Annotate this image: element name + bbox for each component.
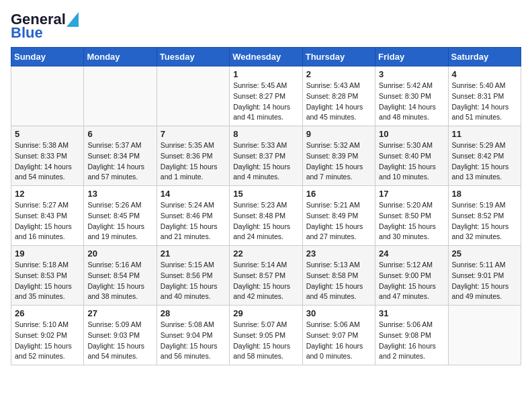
logo-blue: Blue <box>11 24 43 42</box>
calendar-cell: 26 Sunrise: 5:10 AMSunset: 9:02 PMDaylig… <box>11 306 84 365</box>
calendar-cell: 31 Sunrise: 5:06 AMSunset: 9:08 PMDaylig… <box>375 306 448 365</box>
day-info: Sunrise: 5:35 AMSunset: 8:36 PMDaylight:… <box>161 140 226 183</box>
day-info: Sunrise: 5:32 AMSunset: 8:39 PMDaylight:… <box>306 140 371 183</box>
day-info: Sunrise: 5:29 AMSunset: 8:42 PMDaylight:… <box>452 140 517 183</box>
day-number: 13 <box>87 189 152 199</box>
calendar-cell: 28 Sunrise: 5:08 AMSunset: 9:04 PMDaylig… <box>157 306 229 365</box>
calendar-cell: 22 Sunrise: 5:14 AMSunset: 8:57 PMDaylig… <box>230 246 302 306</box>
calendar-cell <box>84 66 157 126</box>
calendar-cell: 6 Sunrise: 5:37 AMSunset: 8:34 PMDayligh… <box>84 126 157 186</box>
day-number: 12 <box>15 189 80 199</box>
calendar-cell: 30 Sunrise: 5:06 AMSunset: 9:07 PMDaylig… <box>302 306 375 365</box>
calendar-cell: 29 Sunrise: 5:07 AMSunset: 9:05 PMDaylig… <box>230 306 302 365</box>
day-number: 6 <box>87 129 152 139</box>
day-info: Sunrise: 5:42 AMSunset: 8:30 PMDaylight:… <box>379 81 444 123</box>
day-number: 7 <box>161 129 226 139</box>
day-number: 15 <box>233 189 298 199</box>
day-number: 11 <box>452 129 517 139</box>
day-number: 30 <box>306 308 371 318</box>
day-info: Sunrise: 5:16 AMSunset: 8:54 PMDaylight:… <box>87 260 152 302</box>
day-number: 5 <box>15 129 80 139</box>
day-number: 20 <box>87 248 152 259</box>
day-info: Sunrise: 5:37 AMSunset: 8:34 PMDaylight:… <box>87 140 152 183</box>
day-number: 21 <box>161 248 226 259</box>
header: General Blue <box>11 11 521 42</box>
day-number: 29 <box>233 308 298 318</box>
calendar-cell: 1 Sunrise: 5:45 AMSunset: 8:27 PMDayligh… <box>230 66 302 126</box>
calendar-cell <box>11 66 84 126</box>
day-info: Sunrise: 5:06 AMSunset: 9:07 PMDaylight:… <box>306 320 371 362</box>
calendar-cell: 21 Sunrise: 5:15 AMSunset: 8:56 PMDaylig… <box>157 246 229 306</box>
calendar-cell: 23 Sunrise: 5:13 AMSunset: 8:58 PMDaylig… <box>302 246 375 306</box>
day-info: Sunrise: 5:27 AMSunset: 8:43 PMDaylight:… <box>15 200 80 242</box>
day-info: Sunrise: 5:23 AMSunset: 8:48 PMDaylight:… <box>233 200 298 242</box>
weekday-header-wednesday: Wednesday <box>230 48 302 66</box>
calendar-cell: 7 Sunrise: 5:35 AMSunset: 8:36 PMDayligh… <box>157 126 229 186</box>
day-number: 14 <box>161 189 226 199</box>
day-info: Sunrise: 5:13 AMSunset: 8:58 PMDaylight:… <box>306 260 371 302</box>
day-number: 3 <box>379 69 444 79</box>
logo-arrow-icon <box>66 12 79 27</box>
calendar-cell: 25 Sunrise: 5:11 AMSunset: 9:01 PMDaylig… <box>448 246 521 306</box>
day-number: 10 <box>379 129 444 139</box>
week-row-5: 26 Sunrise: 5:10 AMSunset: 9:02 PMDaylig… <box>11 306 521 365</box>
day-number: 25 <box>452 248 517 259</box>
day-info: Sunrise: 5:07 AMSunset: 9:05 PMDaylight:… <box>233 320 298 362</box>
day-number: 28 <box>161 308 226 318</box>
day-number: 4 <box>452 69 517 79</box>
day-number: 1 <box>233 69 298 79</box>
day-info: Sunrise: 5:08 AMSunset: 9:04 PMDaylight:… <box>161 320 226 362</box>
week-row-4: 19 Sunrise: 5:18 AMSunset: 8:53 PMDaylig… <box>11 246 521 306</box>
day-number: 19 <box>15 248 80 259</box>
calendar-cell <box>157 66 229 126</box>
day-number: 31 <box>379 308 444 318</box>
svg-marker-0 <box>66 12 79 27</box>
day-number: 8 <box>233 129 298 139</box>
day-info: Sunrise: 5:19 AMSunset: 8:52 PMDaylight:… <box>452 200 517 242</box>
calendar-cell: 15 Sunrise: 5:23 AMSunset: 8:48 PMDaylig… <box>230 186 302 246</box>
day-info: Sunrise: 5:45 AMSunset: 8:27 PMDaylight:… <box>233 81 298 123</box>
weekday-header-row: SundayMondayTuesdayWednesdayThursdayFrid… <box>11 48 521 66</box>
calendar-cell: 24 Sunrise: 5:12 AMSunset: 9:00 PMDaylig… <box>375 246 448 306</box>
calendar-body: 1 Sunrise: 5:45 AMSunset: 8:27 PMDayligh… <box>11 66 521 365</box>
day-number: 26 <box>15 308 80 318</box>
day-info: Sunrise: 5:26 AMSunset: 8:45 PMDaylight:… <box>87 200 152 242</box>
week-row-1: 1 Sunrise: 5:45 AMSunset: 8:27 PMDayligh… <box>11 66 521 126</box>
weekday-header-sunday: Sunday <box>11 48 84 66</box>
calendar-cell: 20 Sunrise: 5:16 AMSunset: 8:54 PMDaylig… <box>84 246 157 306</box>
day-info: Sunrise: 5:33 AMSunset: 8:37 PMDaylight:… <box>233 140 298 183</box>
week-row-2: 5 Sunrise: 5:38 AMSunset: 8:33 PMDayligh… <box>11 126 521 186</box>
calendar-cell: 19 Sunrise: 5:18 AMSunset: 8:53 PMDaylig… <box>11 246 84 306</box>
day-info: Sunrise: 5:15 AMSunset: 8:56 PMDaylight:… <box>161 260 226 302</box>
calendar-cell: 4 Sunrise: 5:40 AMSunset: 8:31 PMDayligh… <box>448 66 521 126</box>
week-row-3: 12 Sunrise: 5:27 AMSunset: 8:43 PMDaylig… <box>11 186 521 246</box>
weekday-header-friday: Friday <box>375 48 448 66</box>
calendar-cell: 12 Sunrise: 5:27 AMSunset: 8:43 PMDaylig… <box>11 186 84 246</box>
calendar-table: SundayMondayTuesdayWednesdayThursdayFrid… <box>11 47 521 365</box>
calendar-cell: 14 Sunrise: 5:24 AMSunset: 8:46 PMDaylig… <box>157 186 229 246</box>
day-info: Sunrise: 5:38 AMSunset: 8:33 PMDaylight:… <box>15 140 80 183</box>
day-info: Sunrise: 5:14 AMSunset: 8:57 PMDaylight:… <box>233 260 298 302</box>
day-info: Sunrise: 5:06 AMSunset: 9:08 PMDaylight:… <box>379 320 444 362</box>
calendar-cell: 5 Sunrise: 5:38 AMSunset: 8:33 PMDayligh… <box>11 126 84 186</box>
calendar-cell: 11 Sunrise: 5:29 AMSunset: 8:42 PMDaylig… <box>448 126 521 186</box>
calendar-cell: 16 Sunrise: 5:21 AMSunset: 8:49 PMDaylig… <box>302 186 375 246</box>
logo: General Blue <box>11 11 79 42</box>
day-info: Sunrise: 5:12 AMSunset: 9:00 PMDaylight:… <box>379 260 444 302</box>
weekday-header-thursday: Thursday <box>302 48 375 66</box>
calendar-cell: 18 Sunrise: 5:19 AMSunset: 8:52 PMDaylig… <box>448 186 521 246</box>
calendar-cell: 10 Sunrise: 5:30 AMSunset: 8:40 PMDaylig… <box>375 126 448 186</box>
day-info: Sunrise: 5:24 AMSunset: 8:46 PMDaylight:… <box>161 200 226 242</box>
calendar-cell: 27 Sunrise: 5:09 AMSunset: 9:03 PMDaylig… <box>84 306 157 365</box>
day-info: Sunrise: 5:30 AMSunset: 8:40 PMDaylight:… <box>379 140 444 183</box>
calendar-cell: 13 Sunrise: 5:26 AMSunset: 8:45 PMDaylig… <box>84 186 157 246</box>
calendar-cell: 17 Sunrise: 5:20 AMSunset: 8:50 PMDaylig… <box>375 186 448 246</box>
day-info: Sunrise: 5:11 AMSunset: 9:01 PMDaylight:… <box>452 260 517 302</box>
day-info: Sunrise: 5:18 AMSunset: 8:53 PMDaylight:… <box>15 260 80 302</box>
calendar-cell: 3 Sunrise: 5:42 AMSunset: 8:30 PMDayligh… <box>375 66 448 126</box>
day-info: Sunrise: 5:43 AMSunset: 8:28 PMDaylight:… <box>306 81 371 123</box>
calendar-cell: 8 Sunrise: 5:33 AMSunset: 8:37 PMDayligh… <box>230 126 302 186</box>
calendar-cell: 2 Sunrise: 5:43 AMSunset: 8:28 PMDayligh… <box>302 66 375 126</box>
day-number: 2 <box>306 69 371 79</box>
day-info: Sunrise: 5:40 AMSunset: 8:31 PMDaylight:… <box>452 81 517 123</box>
